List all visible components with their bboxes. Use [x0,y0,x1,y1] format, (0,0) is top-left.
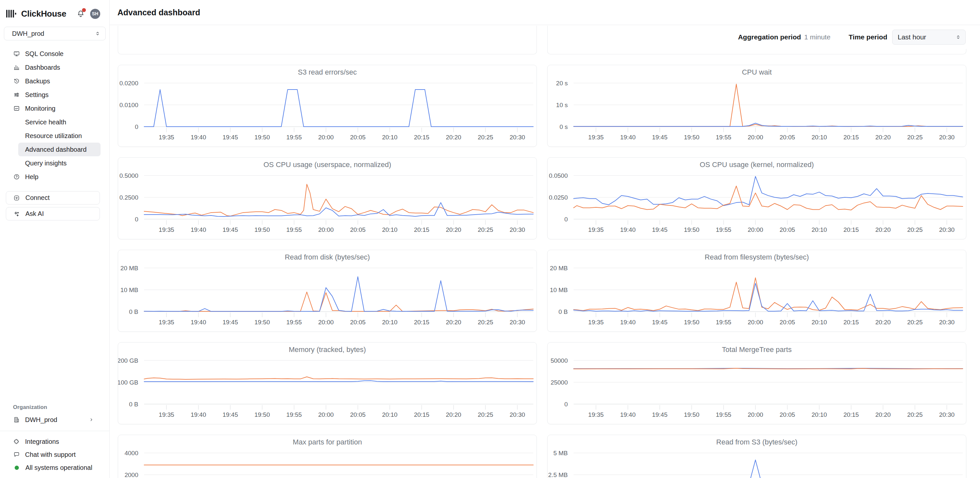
svg-text:19:55: 19:55 [286,411,302,418]
svg-text:19:35: 19:35 [159,319,174,326]
svg-text:20:20: 20:20 [446,319,461,326]
svg-text:19:50: 19:50 [684,319,700,326]
sidebar-item-advanced-dashboard[interactable]: Advanced dashboard [18,143,100,156]
chevron-updown-icon [955,34,961,40]
sidebar-item-label: Resource utilization [25,132,82,140]
dashboards-icon [13,64,20,71]
sidebar-item-service-health[interactable]: Service health [18,115,100,129]
svg-text:20:15: 20:15 [843,226,859,233]
svg-text:20:10: 20:10 [811,319,827,326]
sidebar-item-label: Query insights [25,159,67,167]
chart-grid: 0.02000.0100019:3519:4019:4519:5019:5520… [118,65,966,478]
svg-text:0 B: 0 B [558,308,568,315]
svg-text:20:00: 20:00 [748,411,763,418]
chart-plot: 5000025000019:3519:4019:4519:5019:5520:0… [547,343,966,424]
page-header: Advanced dashboard [110,0,980,25]
svg-text:20:05: 20:05 [350,226,366,233]
svg-text:5 MB: 5 MB [554,450,568,457]
sidebar-item-settings[interactable]: Settings [0,88,109,102]
svg-text:19:50: 19:50 [684,411,700,418]
organization-selector[interactable]: DWH_prod [0,413,109,426]
chart-title: Read from S3 (bytes/sec) [547,438,966,446]
sidebar-item-backups[interactable]: Backups [0,74,109,88]
svg-text:100 GB: 100 GB [118,379,138,386]
svg-text:20:30: 20:30 [509,319,525,326]
svg-text:0.0200: 0.0200 [119,80,138,87]
svg-text:0: 0 [135,123,138,130]
svg-text:10 MB: 10 MB [120,287,138,293]
sidebar-item-chat-with-support[interactable]: Chat with support [0,448,109,461]
svg-text:19:50: 19:50 [684,134,700,141]
sidebar-item-query-insights[interactable]: Query insights [18,156,100,170]
ask-ai-button[interactable]: Ask AI [6,207,100,220]
svg-text:20:15: 20:15 [843,134,859,141]
svg-text:20:05: 20:05 [780,319,795,326]
svg-text:20 MB: 20 MB [550,265,568,272]
svg-text:19:55: 19:55 [716,226,732,233]
sidebar-item-label: SQL Console [25,50,64,57]
svg-text:20:20: 20:20 [875,226,891,233]
connect-button[interactable]: Connect [6,191,100,204]
svg-text:20:05: 20:05 [780,134,795,141]
svg-text:19:45: 19:45 [652,319,668,326]
svg-text:0.0500: 0.0500 [549,172,568,179]
sidebar-item-monitoring[interactable]: Monitoring [0,102,109,115]
sidebar: ClickHouse SH DWH_prod SQL ConsoleDashbo… [0,0,110,478]
sidebar-item-integrations[interactable]: Integrations [0,435,109,448]
sidebar-item-label: All systems operational [25,464,92,472]
svg-text:0: 0 [135,216,138,223]
notification-badge [82,8,86,12]
connect-icon [13,195,20,201]
sidebar-item-label: Settings [25,91,48,99]
svg-text:19:40: 19:40 [191,226,206,233]
chart-card-os-cpu-usage-userspace-normalized: 0.50000.2500019:3519:4019:4519:5019:5520… [118,157,537,239]
spacer [0,220,109,404]
chart-title: Read from filesystem (bytes/sec) [547,253,966,261]
chart-card-read-from-disk-bytes-sec: 20 MB10 MB0 B19:3519:4019:4519:5019:5520… [118,250,537,332]
service-selector[interactable]: DWH_prod [4,27,106,40]
chevron-updown-icon [94,30,101,37]
sidebar-item-all-systems-operational[interactable]: All systems operational [0,461,109,474]
chart-title: Memory (tracked, bytes) [118,346,536,354]
chart-card-cpu-wait: 20 s10 s0 s19:3519:4019:4519:5019:5520:0… [547,65,966,147]
svg-text:19:45: 19:45 [223,411,238,418]
svg-text:20:05: 20:05 [350,319,366,326]
avatar[interactable]: SH [90,9,100,19]
sidebar-item-help[interactable]: Help [0,170,109,184]
sidebar-actions: ConnectAsk AI [0,191,109,220]
svg-text:19:55: 19:55 [286,226,302,233]
svg-text:20:20: 20:20 [875,134,891,141]
svg-text:19:35: 19:35 [159,134,174,141]
svg-text:20:30: 20:30 [509,134,525,141]
svg-text:19:40: 19:40 [191,134,206,141]
notifications-button[interactable] [76,10,85,18]
svg-text:0: 0 [564,216,568,223]
svg-text:10 MB: 10 MB [550,287,568,293]
sidebar-item-sql-console[interactable]: SQL Console [0,47,109,61]
svg-text:0 B: 0 B [129,308,138,315]
sidebar-item-label: Backups [25,78,50,85]
sidebar-item-label: Help [25,173,38,181]
svg-text:4000: 4000 [125,450,138,457]
time-period-select-value: Last hour [898,33,955,41]
chart-card-os-cpu-usage-kernel-normalized: 0.05000.0250019:3519:4019:4519:5019:5520… [547,157,966,239]
svg-text:19:40: 19:40 [620,319,636,326]
sidebar-item-label: Service health [25,118,66,126]
chart-title: CPU wait [547,68,966,76]
chart-card-memory-tracked-bytes: 200 GB100 GB0 B19:3519:4019:4519:5019:55… [118,342,537,424]
sidebar-item-dashboards[interactable]: Dashboards [0,61,109,74]
time-period-select[interactable]: Last hour [892,30,966,45]
svg-text:20:00: 20:00 [318,134,334,141]
svg-text:20:30: 20:30 [509,226,525,233]
svg-text:20:30: 20:30 [939,411,955,418]
svg-text:19:40: 19:40 [620,411,636,418]
chart-title: OS CPU usage (userspace, normalized) [118,161,536,169]
sidebar-nav: SQL ConsoleDashboardsBackupsSettingsMoni… [0,47,109,184]
svg-text:20:25: 20:25 [907,319,923,326]
sidebar-item-resource-utilization[interactable]: Resource utilization [18,129,100,143]
dashboard-controls: Aggregation period 1 minute Time period … [729,25,980,49]
svg-text:0.5000: 0.5000 [119,172,138,179]
svg-text:20 s: 20 s [556,80,568,87]
svg-text:20:00: 20:00 [748,319,763,326]
ask-ai-icon [13,211,20,217]
